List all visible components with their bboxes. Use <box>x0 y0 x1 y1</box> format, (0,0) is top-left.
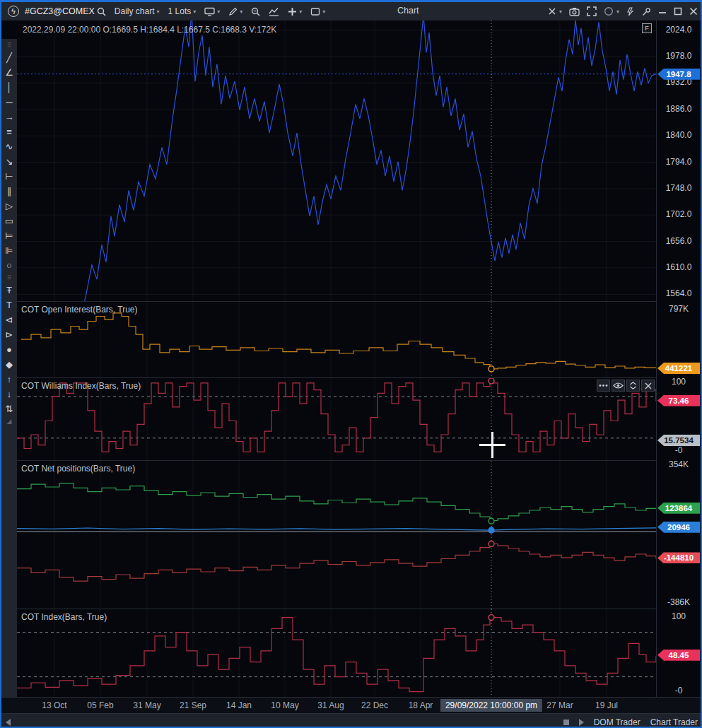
axis-value-tag: 15.7534 <box>657 435 700 446</box>
zoom-button[interactable] <box>248 6 263 18</box>
net-plot <box>17 461 656 609</box>
expand-tray-icon[interactable] <box>579 719 584 726</box>
axis-tick-label: 2024.0 <box>657 25 701 35</box>
price-label-tool[interactable]: ⊲ <box>2 312 16 327</box>
angle-tool[interactable]: ∠ <box>2 65 16 80</box>
parallel-lines-tool[interactable]: ∥ <box>2 184 16 199</box>
monitor-icon <box>204 7 215 16</box>
date-tick-label: 31 Aug <box>317 700 344 710</box>
close-panel-icon[interactable] <box>641 380 655 392</box>
ring-icon[interactable] <box>604 6 614 16</box>
scroll-left-icon[interactable] <box>6 719 11 726</box>
axis-tick-label: 1886.0 <box>657 104 701 114</box>
anchored-text-tool[interactable]: Ŧ <box>2 283 16 298</box>
date-tick-label: 05 Feb <box>87 700 113 710</box>
timeframe-selector[interactable]: Daily chart▾ <box>112 5 163 18</box>
chart-area[interactable]: 2022.29.09 22:00:00 O:1669.5 H:1684.4 L:… <box>17 20 656 697</box>
camera-icon[interactable] <box>569 7 580 16</box>
axis-tick-label: 1978.0 <box>657 51 701 61</box>
splitter-square-icon[interactable] <box>563 720 569 725</box>
panel-settings-icon[interactable]: F <box>642 23 652 33</box>
symbol-label: #GCZ3@COMEX <box>25 6 95 16</box>
axis-value-tag: 48.45 <box>657 650 700 661</box>
lines-stack-tool[interactable]: ≡ <box>2 124 16 139</box>
pointer-arrow-tool[interactable]: ↘ <box>2 154 16 169</box>
rectangle-tool[interactable]: ▭ <box>2 213 16 228</box>
add-panel-button[interactable]: ▾ <box>285 6 305 18</box>
pin-icon[interactable] <box>642 7 651 16</box>
search-icon[interactable] <box>97 7 106 16</box>
arrow-up-marker-tool[interactable]: ↑ <box>2 372 16 387</box>
collapse-panel-icon[interactable] <box>626 380 640 392</box>
chart-style-button[interactable]: ▾ <box>201 6 223 18</box>
date-axis[interactable]: 29/09/2022 10:00:00 pm 13 Oct05 Feb31 Ma… <box>1 697 702 713</box>
lots-selector[interactable]: 1 Lots▾ <box>165 5 199 18</box>
crosshair-marker <box>489 366 494 372</box>
axis-tick-label: -386K <box>657 597 701 607</box>
arrow-down-marker-tool[interactable]: ↓ <box>2 387 16 401</box>
extended-levels-tool[interactable]: ⊫ <box>2 243 16 258</box>
price-panel[interactable]: 2022.29.09 22:00:00 O:1669.5 H:1684.4 L:… <box>17 20 656 301</box>
ellipse-tool[interactable]: ○ <box>2 258 16 273</box>
axis-value-tag: 123864 <box>657 503 700 514</box>
panel-label: COT Index(Bars, True) <box>21 612 107 622</box>
cursor-tool-button[interactable] <box>548 7 556 16</box>
more-options-icon[interactable] <box>597 380 610 392</box>
idx-plot <box>17 609 656 697</box>
axis-value-tag: 1947.8 <box>657 69 700 80</box>
fullscreen-icon[interactable] <box>587 6 597 16</box>
drawing-toolbar: ⠿╱∠│─→≡∿↘⊢∥▷▭⊨⊫○⠿ŦT⊲⊳●◆↑↓⇅◢ <box>1 39 17 727</box>
visibility-eye-icon[interactable] <box>612 380 625 392</box>
dot-marker-tool[interactable]: ● <box>2 342 16 357</box>
close-button[interactable] <box>689 7 698 16</box>
cot-williams-index-panel[interactable]: COT Williams Index(Bars, True) <box>17 377 656 460</box>
plus-icon <box>288 7 297 16</box>
triangle-tool[interactable]: ▷ <box>2 199 16 213</box>
crosshair-date-label: 29/09/2022 10:00:00 pm <box>440 699 542 712</box>
date-tick-label: 31 May <box>133 700 160 710</box>
price-tag-tool[interactable]: ⊳ <box>2 327 16 342</box>
bolt-icon[interactable] <box>626 7 635 16</box>
magnifier-plus-icon <box>251 7 260 16</box>
price-axis[interactable]: 2024.01978.01932.01886.01840.01794.01748… <box>656 20 701 697</box>
price-measure-tool[interactable]: ⊢ <box>2 169 16 184</box>
diamond-marker-tool[interactable]: ◆ <box>2 357 16 372</box>
trend-line-tool[interactable]: ╱ <box>2 50 16 65</box>
axis-tick-label: -0 <box>657 445 701 455</box>
timeframe-label: Daily chart <box>115 6 155 16</box>
indicators-button[interactable] <box>266 6 282 18</box>
text-tool[interactable]: T <box>2 298 16 312</box>
app-logo-icon[interactable]: ϟ <box>8 6 19 17</box>
date-tick-label: 22 Dec <box>361 700 388 710</box>
cot-net-positions-panel[interactable]: COT Net positions(Bars, True) <box>17 460 656 609</box>
symbol-selector[interactable]: #GCZ3@COMEX <box>22 5 109 18</box>
layout-button[interactable]: ▾ <box>308 6 328 18</box>
axis-tick-label: 354K <box>657 459 701 469</box>
polyline-tool[interactable]: ∿ <box>2 139 16 154</box>
levels-tool[interactable]: ⊨ <box>2 228 16 243</box>
horizontal-line-tool[interactable]: ─ <box>2 95 16 110</box>
axis-tick-label: 100 <box>657 377 701 387</box>
order-entry-tool[interactable]: ⇅ <box>2 401 16 416</box>
chevron-down-icon: ▾ <box>322 8 325 15</box>
dom-trader-button[interactable]: DOM Trader <box>594 717 640 727</box>
axis-tick-label: 797K <box>657 304 701 314</box>
axis-tick-label: 1656.0 <box>657 236 701 246</box>
crosshair-marker <box>489 518 494 524</box>
arrow-line-tool[interactable]: → <box>2 110 16 124</box>
maximize-button[interactable] <box>674 7 682 16</box>
cot-open-interest-panel[interactable]: COT Open Interest(Bars, True) <box>17 301 656 377</box>
chevron-down-icon[interactable]: ▾ <box>559 8 562 15</box>
chart-trader-button[interactable]: Chart Trader <box>650 717 698 727</box>
axis-tick-label: 100 <box>657 611 701 621</box>
cot-index-panel[interactable]: COT Index(Bars, True) <box>17 609 656 697</box>
panel-label: COT Open Interest(Bars, True) <box>21 305 138 315</box>
chevron-down-icon[interactable]: ▾ <box>616 8 619 15</box>
minimize-button[interactable] <box>658 7 667 16</box>
price-plot <box>17 20 656 301</box>
vertical-line-tool[interactable]: │ <box>2 80 16 95</box>
window-title: Chart <box>397 6 419 16</box>
status-bar: DOM Trader Chart Trader <box>1 713 702 728</box>
date-tick-label: 13 Oct <box>42 700 66 710</box>
draw-button[interactable]: ▾ <box>226 6 245 18</box>
